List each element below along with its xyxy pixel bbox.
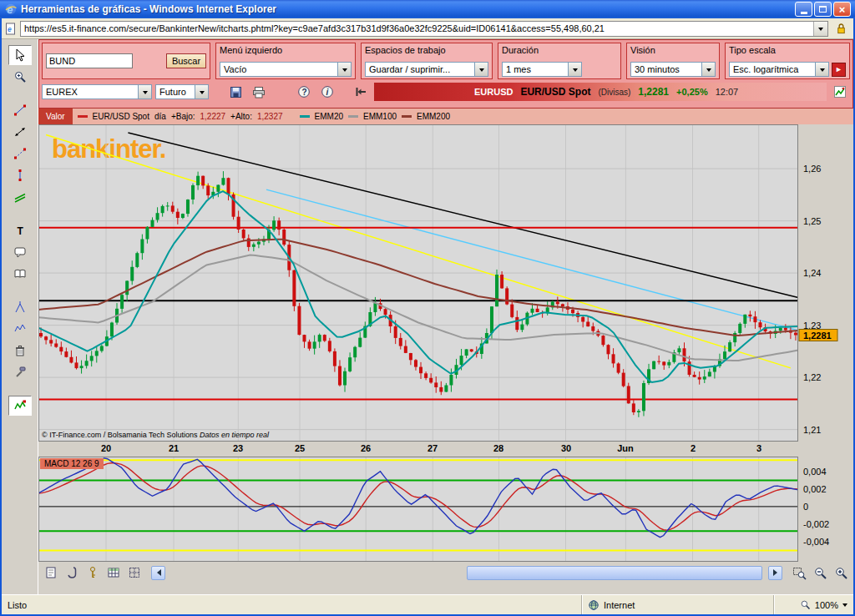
status-ready: Listo <box>2 595 581 614</box>
scale-panel: Tipo escala Esc. logarítmica ► <box>725 43 850 79</box>
arrow-line-tool[interactable] <box>8 122 32 142</box>
trendline-tool[interactable] <box>8 100 32 120</box>
window-titlebar[interactable]: e Herramientas de gráficas - Windows Int… <box>0 0 855 18</box>
chart-legend: Valor EUR/USD Spot día +Bajo: 1,2227 +Al… <box>38 109 853 124</box>
emm200-marker <box>402 115 412 118</box>
date-axis-label: 27 <box>428 443 438 453</box>
duration-select[interactable]: 1 mes <box>502 62 582 77</box>
zoom-level-icon <box>800 599 811 610</box>
quote-price: 1,2281 <box>638 86 669 98</box>
scrollbar-track[interactable] <box>165 566 768 580</box>
save-button[interactable] <box>225 83 245 101</box>
close-button[interactable]: × <box>833 2 851 17</box>
channel-tool[interactable] <box>8 187 32 207</box>
grid-icon[interactable] <box>125 564 144 581</box>
chart-scrollbar[interactable] <box>151 566 782 580</box>
hook-icon[interactable] <box>63 564 81 581</box>
zoom-out-icon[interactable] <box>811 564 829 581</box>
comment-tool[interactable] <box>8 242 32 262</box>
url-field[interactable]: https://es5.it-finance.com/secure/Bankin… <box>20 21 828 37</box>
spreadsheet-icon[interactable] <box>104 564 123 581</box>
key-icon[interactable] <box>83 564 102 581</box>
help-button[interactable]: ? <box>294 83 314 101</box>
workspace-panel: Espacios de trabajo Guardar / suprimir..… <box>361 43 493 79</box>
svg-text:-0,002: -0,002 <box>803 519 829 529</box>
status-zone-label: Internet <box>604 600 635 610</box>
date-axis-label: 23 <box>233 443 243 453</box>
left-menu-select[interactable]: Vacío <box>220 62 352 77</box>
popup-chart-button[interactable] <box>830 83 850 101</box>
zoom-tool[interactable] <box>8 67 32 87</box>
macd-panel: 0,0040,0020-0,002-0,004 MACD 12 26 9 <box>38 457 853 562</box>
zigzag-tool[interactable] <box>8 319 32 339</box>
vertical-line-tool[interactable] <box>8 165 32 185</box>
search-button[interactable]: Buscar <box>166 53 206 68</box>
svg-text:1,21: 1,21 <box>803 425 821 435</box>
vision-select[interactable]: 30 minutos <box>630 62 716 77</box>
page-viewport: T Buscar <box>2 39 853 594</box>
delete-tool[interactable] <box>8 341 32 361</box>
globe-icon <box>588 599 600 611</box>
back-button[interactable] <box>351 83 371 101</box>
settings-tool[interactable] <box>8 362 32 382</box>
info-button[interactable]: i <box>317 83 337 101</box>
page-layout-icon[interactable] <box>42 564 60 581</box>
maximize-button[interactable] <box>814 2 832 17</box>
scrollbar-thumb[interactable] <box>467 566 762 580</box>
indicator-tool[interactable] <box>8 396 32 416</box>
scale-label: Tipo escala <box>729 45 846 55</box>
svg-text:T: T <box>17 225 23 237</box>
chart-copyright: © IT-Finance.com / Bolsamania Tech Solut… <box>42 431 269 439</box>
legend-day-label: día <box>154 112 166 121</box>
date-axis-label: 28 <box>493 443 503 453</box>
svg-text:e: e <box>7 3 13 16</box>
workspace-arrow[interactable] <box>474 63 488 76</box>
workspace-select[interactable]: Guardar / suprimir... <box>365 62 488 77</box>
search-input[interactable] <box>46 53 133 68</box>
fork-tool[interactable] <box>8 297 32 317</box>
pointer-tool[interactable] <box>8 45 32 65</box>
legend-valor-tab[interactable]: Valor <box>38 109 73 124</box>
svg-text:-0,004: -0,004 <box>803 537 829 547</box>
toolbar-row-1: Buscar Menú izquierdo Vacío Espacios de … <box>42 43 850 79</box>
address-bar: e https://es5.it-finance.com/secure/Bank… <box>2 18 853 39</box>
market-arrow[interactable] <box>138 85 151 98</box>
scroll-left-button[interactable] <box>151 566 165 580</box>
price-chart-canvas[interactable]: 1,261,251,241,231,221,211,2281 <box>38 124 853 442</box>
glossary-tool[interactable] <box>8 264 32 284</box>
marquee-zoom-icon[interactable] <box>790 564 808 581</box>
vision-arrow[interactable] <box>701 63 715 76</box>
dashed-line-tool[interactable] <box>8 144 32 164</box>
legend-emm200: EMM200 <box>417 112 450 121</box>
zoom-dropdown-arrow[interactable] <box>842 603 847 609</box>
macd-canvas[interactable]: 0,0040,0020-0,002-0,004 <box>38 457 853 562</box>
scale-arrow[interactable] <box>815 63 828 76</box>
duration-arrow[interactable] <box>568 63 581 76</box>
date-axis-label: 2 <box>691 443 696 453</box>
left-menu-arrow[interactable] <box>337 63 351 76</box>
instrument-select[interactable]: Futuro <box>155 84 209 99</box>
scroll-right-button[interactable] <box>768 566 782 580</box>
svg-text:e: e <box>8 25 12 33</box>
instrument-arrow[interactable] <box>195 85 208 98</box>
scale-value: Esc. logarítmica <box>730 64 815 74</box>
text-tool[interactable]: T <box>8 220 32 240</box>
legend-low-value: 1,2227 <box>200 112 226 121</box>
emm20-marker <box>300 115 310 118</box>
status-zoom[interactable]: 100% <box>773 595 853 614</box>
status-zone: Internet <box>581 595 773 614</box>
print-button[interactable] <box>249 83 269 101</box>
quote-symbol: EURUSD <box>474 87 513 97</box>
macd-label: MACD 12 26 9 <box>40 458 104 469</box>
scale-apply-button[interactable]: ► <box>832 63 846 77</box>
url-dropdown-button[interactable] <box>813 22 827 36</box>
scale-select[interactable]: Esc. logarítmica <box>729 62 829 77</box>
realtime-note: Datos en tiempo real <box>200 431 269 439</box>
caption-buttons: × <box>795 2 851 17</box>
date-axis-label: 26 <box>361 443 371 453</box>
minimize-button[interactable] <box>795 2 812 17</box>
svg-text:1,26: 1,26 <box>803 164 821 174</box>
market-select[interactable]: EUREX <box>42 84 152 99</box>
zoom-in-icon[interactable] <box>832 564 850 581</box>
browser-window: e Herramientas de gráficas - Windows Int… <box>0 0 855 616</box>
